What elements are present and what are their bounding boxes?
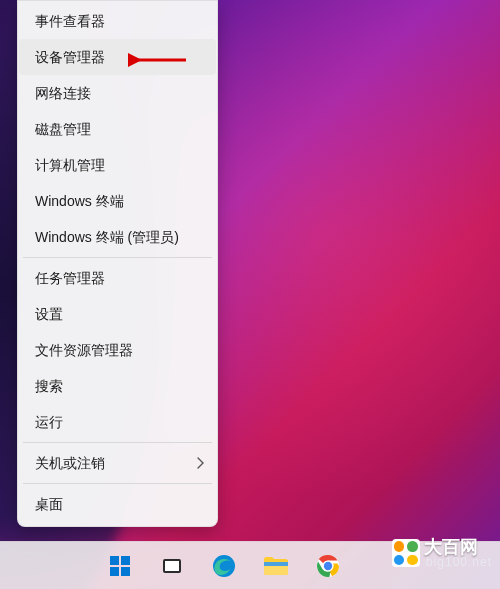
- menu-item-label: 运行: [35, 414, 63, 430]
- menu-item-label: 文件资源管理器: [35, 342, 133, 358]
- menu-item-0[interactable]: 事件查看器: [19, 3, 216, 39]
- menu-item-label: 任务管理器: [35, 270, 105, 286]
- menu-item-11[interactable]: 运行: [19, 404, 216, 440]
- menu-item-1[interactable]: 设备管理器: [19, 39, 216, 75]
- menu-separator: [23, 257, 212, 258]
- menu-item-label: Windows 终端: [35, 193, 124, 209]
- svg-rect-4: [121, 567, 130, 576]
- logo-dot: [407, 541, 418, 552]
- logo-dot: [407, 555, 418, 566]
- menu-item-10[interactable]: 搜索: [19, 368, 216, 404]
- menu-item-5[interactable]: Windows 终端: [19, 183, 216, 219]
- svg-rect-1: [110, 556, 119, 565]
- start-icon[interactable]: [100, 546, 140, 586]
- task-view-icon[interactable]: [152, 546, 192, 586]
- chrome-browser-icon[interactable]: [308, 546, 348, 586]
- menu-item-6[interactable]: Windows 终端 (管理员): [19, 219, 216, 255]
- menu-item-4[interactable]: 计算机管理: [19, 147, 216, 183]
- menu-item-label: 设置: [35, 306, 63, 322]
- menu-item-label: 桌面: [35, 496, 63, 512]
- watermark: 大百网 big100.net: [388, 535, 496, 571]
- menu-item-13[interactable]: 桌面: [19, 486, 216, 522]
- edge-browser-icon[interactable]: [204, 546, 244, 586]
- menu-item-7[interactable]: 任务管理器: [19, 260, 216, 296]
- winx-context-menu: 事件查看器设备管理器网络连接磁盘管理计算机管理Windows 终端Windows…: [17, 0, 218, 527]
- svg-rect-2: [121, 556, 130, 565]
- file-explorer-icon[interactable]: [256, 546, 296, 586]
- menu-separator: [23, 442, 212, 443]
- menu-item-label: 计算机管理: [35, 157, 105, 173]
- watermark-logo: [392, 539, 420, 567]
- menu-item-label: 网络连接: [35, 85, 91, 101]
- menu-item-9[interactable]: 文件资源管理器: [19, 332, 216, 368]
- menu-item-label: Windows 终端 (管理员): [35, 229, 179, 245]
- menu-separator: [23, 483, 212, 484]
- chevron-right-icon: [197, 457, 204, 469]
- menu-item-2[interactable]: 网络连接: [19, 75, 216, 111]
- menu-item-label: 设备管理器: [35, 49, 105, 65]
- desktop-wallpaper: 事件查看器设备管理器网络连接磁盘管理计算机管理Windows 终端Windows…: [0, 0, 500, 589]
- svg-rect-9: [264, 562, 288, 566]
- svg-point-12: [324, 561, 332, 569]
- menu-item-3[interactable]: 磁盘管理: [19, 111, 216, 147]
- menu-item-label: 关机或注销: [35, 455, 105, 471]
- menu-item-label: 搜索: [35, 378, 63, 394]
- menu-item-label: 事件查看器: [35, 13, 105, 29]
- menu-item-label: 磁盘管理: [35, 121, 91, 137]
- watermark-text: 大百网: [424, 538, 492, 556]
- menu-item-12[interactable]: 关机或注销: [19, 445, 216, 481]
- menu-item-8[interactable]: 设置: [19, 296, 216, 332]
- logo-dot: [394, 555, 405, 566]
- logo-dot: [394, 541, 405, 552]
- svg-rect-6: [165, 561, 179, 571]
- watermark-sub: big100.net: [426, 556, 492, 568]
- svg-rect-3: [110, 567, 119, 576]
